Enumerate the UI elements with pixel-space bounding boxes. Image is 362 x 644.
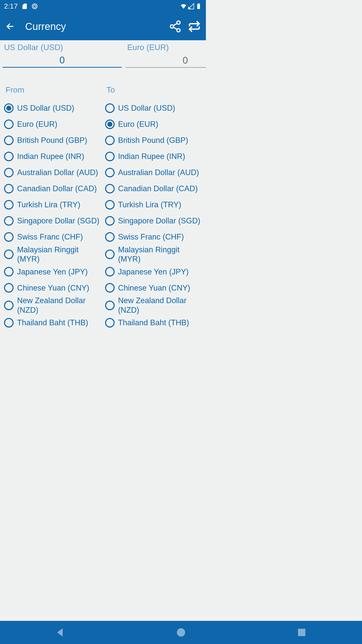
- status-time: 2:17: [4, 2, 18, 10]
- radio-label: Euro (EUR): [118, 119, 158, 129]
- sd-card-icon: [21, 3, 28, 10]
- radio-label: Chinese Yuan (CNY): [17, 283, 89, 293]
- radio-icon: [105, 103, 115, 113]
- status-left: 2:17: [4, 2, 38, 10]
- to-option[interactable]: Malaysian Ringgit (MYR): [105, 245, 202, 264]
- radio-label: British Pound (GBP): [118, 136, 188, 145]
- radio-label: Swiss Franc (CHF): [118, 232, 184, 242]
- radio-icon: [105, 168, 115, 177]
- to-option[interactable]: Australian Dollar (AUD): [105, 165, 202, 181]
- radio-label: Australian Dollar (AUD): [17, 168, 98, 177]
- to-option[interactable]: British Pound (GBP): [105, 132, 202, 148]
- to-option[interactable]: Indian Rupee (INR): [105, 148, 202, 165]
- radio-icon: [105, 152, 115, 161]
- radio-label: New Zealand Dollar (NZD): [118, 296, 202, 314]
- from-list: From US Dollar (USD)Euro (EUR)British Po…: [4, 85, 101, 331]
- radio-icon: [4, 152, 14, 161]
- radio-label: Indian Rupee (INR): [118, 152, 185, 161]
- lists-row: From US Dollar (USD)Euro (EUR)British Po…: [2, 85, 204, 331]
- radio-icon: [105, 200, 115, 210]
- radio-icon: [105, 267, 115, 276]
- to-input[interactable]: [126, 54, 206, 68]
- radio-icon: [105, 283, 115, 293]
- status-bar: 2:17: [0, 0, 206, 13]
- from-option[interactable]: British Pound (GBP): [4, 132, 101, 148]
- swap-button[interactable]: [188, 20, 201, 33]
- radio-icon: [4, 216, 14, 226]
- from-option[interactable]: Chinese Yuan (CNY): [4, 280, 101, 296]
- to-option[interactable]: Canadian Dollar (CAD): [105, 181, 202, 197]
- from-option[interactable]: Euro (EUR): [4, 116, 101, 132]
- from-option[interactable]: Thailand Baht (THB): [4, 315, 101, 331]
- to-option[interactable]: Euro (EUR): [105, 116, 202, 132]
- from-option[interactable]: Australian Dollar (AUD): [4, 165, 101, 181]
- radio-icon: [4, 136, 14, 145]
- radio-icon: [105, 232, 115, 242]
- svg-rect-3: [198, 3, 199, 4]
- status-right: [180, 3, 202, 10]
- to-list: To US Dollar (USD)Euro (EUR)British Poun…: [105, 85, 202, 331]
- from-input-label: US Dollar (USD): [3, 43, 122, 52]
- from-option[interactable]: Japanese Yen (JPY): [4, 264, 101, 280]
- radio-label: Malaysian Ringgit (MYR): [118, 245, 202, 264]
- from-option[interactable]: Canadian Dollar (CAD): [4, 181, 101, 197]
- to-input-label: Euro (EUR): [126, 43, 206, 52]
- radio-label: Japanese Yen (JPY): [17, 267, 88, 276]
- radio-icon: [4, 119, 14, 129]
- to-option[interactable]: New Zealand Dollar (NZD): [105, 296, 202, 314]
- radio-icon: [4, 168, 14, 177]
- radio-label: Japanese Yen (JPY): [118, 267, 189, 276]
- to-option[interactable]: Chinese Yuan (CNY): [105, 280, 202, 296]
- radio-label: Thailand Baht (THB): [17, 318, 88, 327]
- from-input[interactable]: [3, 54, 122, 68]
- input-row: US Dollar (USD) Euro (EUR): [2, 43, 204, 68]
- radio-icon: [4, 301, 14, 310]
- radio-icon: [4, 283, 14, 293]
- radio-label: Australian Dollar (AUD): [118, 168, 199, 177]
- radio-label: New Zealand Dollar (NZD): [17, 296, 101, 314]
- radio-label: Thailand Baht (THB): [118, 318, 189, 327]
- radio-label: Turkish Lira (TRY): [17, 200, 80, 209]
- radio-icon: [105, 250, 115, 259]
- svg-point-0: [32, 4, 37, 9]
- from-option[interactable]: Malaysian Ringgit (MYR): [4, 245, 101, 264]
- from-option[interactable]: Swiss Franc (CHF): [4, 229, 101, 245]
- to-list-header: To: [105, 85, 202, 95]
- radio-label: US Dollar (USD): [17, 103, 74, 113]
- wifi-icon: [180, 3, 187, 10]
- radio-icon: [4, 184, 14, 193]
- radio-label: US Dollar (USD): [118, 103, 175, 113]
- to-option[interactable]: Thailand Baht (THB): [105, 315, 202, 331]
- to-option[interactable]: Turkish Lira (TRY): [105, 197, 202, 213]
- radio-icon: [105, 216, 115, 226]
- from-option[interactable]: Indian Rupee (INR): [4, 148, 101, 165]
- radio-label: Canadian Dollar (CAD): [17, 184, 97, 193]
- to-option[interactable]: Swiss Franc (CHF): [105, 229, 202, 245]
- radio-icon: [4, 232, 14, 242]
- radio-icon: [4, 267, 14, 276]
- from-option[interactable]: Turkish Lira (TRY): [4, 197, 101, 213]
- radio-label: Singapore Dollar (SGD): [118, 216, 200, 225]
- radio-label: British Pound (GBP): [17, 136, 87, 145]
- radio-icon: [4, 103, 14, 113]
- content: US Dollar (USD) Euro (EUR) From US Dolla…: [0, 40, 206, 331]
- from-list-header: From: [4, 85, 101, 95]
- from-option[interactable]: US Dollar (USD): [4, 100, 101, 116]
- battery-icon: [195, 3, 202, 10]
- to-option[interactable]: US Dollar (USD): [105, 100, 202, 116]
- radio-icon: [105, 136, 115, 145]
- radio-label: Malaysian Ringgit (MYR): [17, 245, 101, 264]
- from-option[interactable]: New Zealand Dollar (NZD): [4, 296, 101, 314]
- radio-icon: [4, 200, 14, 210]
- page-title: Currency: [25, 21, 163, 32]
- to-option[interactable]: Singapore Dollar (SGD): [105, 213, 202, 229]
- radio-label: Euro (EUR): [17, 119, 57, 129]
- share-button[interactable]: [169, 20, 182, 33]
- radio-label: Turkish Lira (TRY): [118, 200, 181, 209]
- back-button[interactable]: [5, 21, 15, 31]
- do-not-disturb-icon: [31, 3, 38, 10]
- to-option[interactable]: Japanese Yen (JPY): [105, 264, 202, 280]
- to-input-col: Euro (EUR): [126, 43, 206, 68]
- from-option[interactable]: Singapore Dollar (SGD): [4, 213, 101, 229]
- radio-icon: [4, 318, 14, 328]
